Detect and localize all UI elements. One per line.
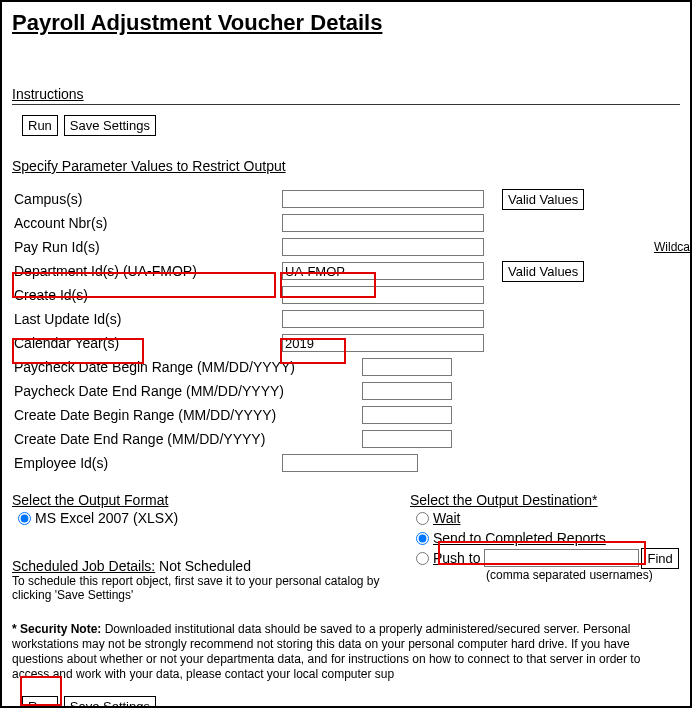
- create-begin-input[interactable]: [362, 406, 452, 424]
- calendar-year-label: Calendar Year(s): [12, 335, 282, 351]
- run-button[interactable]: Run: [22, 115, 58, 136]
- output-format-title: Select the Output Format: [12, 492, 410, 508]
- dest-wait-radio[interactable]: [416, 512, 429, 525]
- run-button-bottom[interactable]: Run: [22, 696, 58, 708]
- scheduled-title: Scheduled Job Details:: [12, 558, 155, 574]
- comma-note: (comma separated usernames): [486, 568, 680, 582]
- output-format-xlsx-radio[interactable]: [18, 512, 31, 525]
- create-begin-label: Create Date Begin Range (MM/DD/YYYY): [12, 407, 362, 423]
- create-end-label: Create Date End Range (MM/DD/YYYY): [12, 431, 362, 447]
- campus-input[interactable]: [282, 190, 484, 208]
- security-note: * Security Note: Downloaded institutiona…: [12, 622, 680, 682]
- create-end-input[interactable]: [362, 430, 452, 448]
- create-id-input[interactable]: [282, 286, 484, 304]
- account-nbr-input[interactable]: [282, 214, 484, 232]
- wildcard-link[interactable]: Wildca: [654, 240, 690, 254]
- parameters-section-title: Specify Parameter Values to Restrict Out…: [12, 158, 680, 174]
- pay-run-id-input[interactable]: [282, 238, 484, 256]
- last-update-id-label: Last Update Id(s): [12, 311, 282, 327]
- paycheck-begin-input[interactable]: [362, 358, 452, 376]
- dest-push-input[interactable]: [484, 549, 639, 567]
- paycheck-begin-label: Paycheck Date Begin Range (MM/DD/YYYY): [12, 359, 362, 375]
- dest-send-radio[interactable]: [416, 532, 429, 545]
- save-settings-button[interactable]: Save Settings: [64, 115, 156, 136]
- security-note-text: Downloaded institutional data should be …: [12, 622, 640, 681]
- employee-id-label: Employee Id(s): [12, 455, 282, 471]
- dest-send-label[interactable]: Send to Completed Reports: [433, 530, 606, 546]
- department-id-label: Department Id(s) (UA-FMOP): [12, 263, 282, 279]
- valid-values-button-campus[interactable]: Valid Values: [502, 189, 584, 210]
- dest-push-radio[interactable]: [416, 552, 429, 565]
- output-format-xlsx-label: MS Excel 2007 (XLSX): [35, 510, 178, 526]
- calendar-year-input[interactable]: [282, 334, 484, 352]
- pay-run-id-label: Pay Run Id(s): [12, 239, 282, 255]
- find-button[interactable]: Find: [641, 548, 678, 569]
- create-id-label: Create Id(s): [12, 287, 282, 303]
- scheduled-note: To schedule this report object, first sa…: [12, 574, 392, 602]
- divider: [12, 104, 680, 105]
- department-id-input[interactable]: [282, 262, 484, 280]
- paycheck-end-input[interactable]: [362, 382, 452, 400]
- output-destination-title: Select the Output Destination*: [410, 492, 680, 508]
- employee-id-input[interactable]: [282, 454, 418, 472]
- scheduled-value-text: Not Scheduled: [159, 558, 251, 574]
- campus-label: Campus(s): [12, 191, 282, 207]
- account-nbr-label: Account Nbr(s): [12, 215, 282, 231]
- save-settings-button-bottom[interactable]: Save Settings: [64, 696, 156, 708]
- dest-push-label[interactable]: Push to: [433, 550, 480, 566]
- instructions-heading[interactable]: Instructions: [12, 86, 680, 102]
- valid-values-button-department[interactable]: Valid Values: [502, 261, 584, 282]
- dest-wait-label[interactable]: Wait: [433, 510, 460, 526]
- page-title: Payroll Adjustment Voucher Details: [12, 10, 680, 36]
- last-update-id-input[interactable]: [282, 310, 484, 328]
- security-note-label: * Security Note:: [12, 622, 101, 636]
- paycheck-end-label: Paycheck Date End Range (MM/DD/YYYY): [12, 383, 362, 399]
